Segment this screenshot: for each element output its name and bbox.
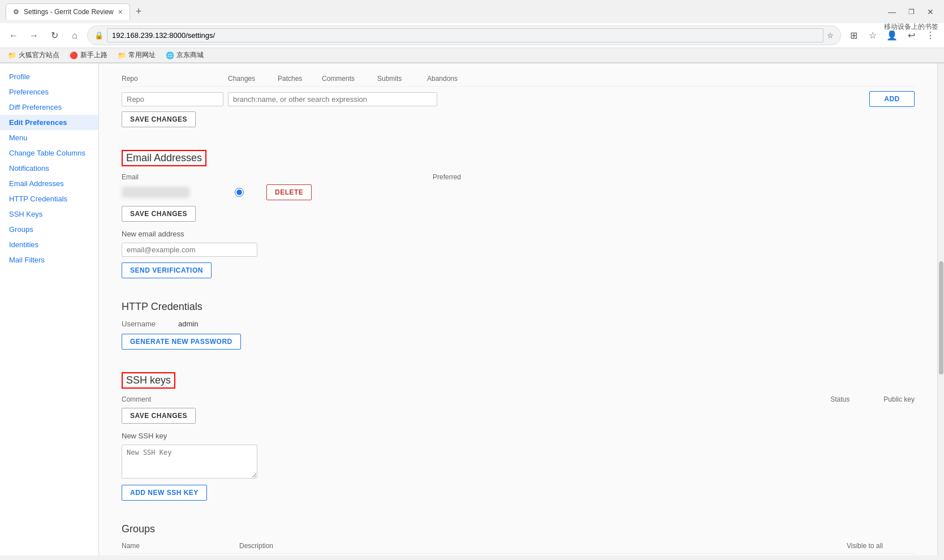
col-submits: Submits <box>377 75 423 83</box>
close-tab-btn[interactable]: × <box>118 7 123 16</box>
tab-title: Settings - Gerrit Code Review <box>24 8 114 16</box>
new-ssh-label: New SSH key <box>122 432 167 440</box>
watched-repos-section: Repo Changes Patches Comments Submits Ab… <box>122 75 915 133</box>
col-abandons: Abandons <box>427 75 478 83</box>
bookmark-jd[interactable]: 🌐京东商城 <box>163 49 206 61</box>
sidebar-item-mail-filters[interactable]: Mail Filters <box>0 252 98 268</box>
new-ssh-input[interactable] <box>122 445 257 479</box>
tab-favicon: ⚙ <box>13 8 19 16</box>
watched-repos-save-button[interactable]: SAVE CHANGES <box>122 111 196 127</box>
bookmark-newuser[interactable]: 🔴新手上路 <box>67 49 110 61</box>
ssh-save-button[interactable]: SAVE CHANGES <box>122 408 196 424</box>
browser-controls: ← → ↻ ⌂ 🔒 ☆ ⊞ ☆ 👤 ↩ ⋮ 移动设备上的书签 <box>0 23 944 48</box>
watched-repos-header: Repo Changes Patches Comments Submits Ab… <box>122 75 915 87</box>
restore-button[interactable]: ❐ <box>903 4 919 20</box>
bookmark-common[interactable]: 📁常用网址 <box>115 49 158 61</box>
bookmark-star[interactable]: ☆ <box>827 31 834 40</box>
sidebar-item-preferences[interactable]: Preferences <box>0 84 98 100</box>
groups-table-header: Name Description Visible to all <box>122 542 915 554</box>
scrollbar-thumb[interactable] <box>939 261 943 374</box>
browser-titlebar: ⚙ Settings - Gerrit Code Review × + — ❐ … <box>0 0 944 23</box>
sidebar-item-notifications[interactable]: Notifications <box>0 161 98 176</box>
username-label: Username <box>122 320 167 328</box>
col-preferred-label: Preferred <box>433 173 461 181</box>
send-verification-button[interactable]: SEND VERIFICATION <box>122 262 212 278</box>
sidebar: Profile Preferences Diff Preferences Edi… <box>0 63 99 555</box>
col-name-label: Name <box>122 542 235 550</box>
new-tab-button[interactable]: + <box>132 6 145 18</box>
sidebar-item-http-credentials[interactable]: HTTP Credentials <box>0 191 98 206</box>
bookmarks-bar: 📁火狐官方站点 🔴新手上路 📁常用网址 🌐京东商城 <box>0 48 944 63</box>
filter-input[interactable] <box>228 92 437 106</box>
username-value: admin <box>178 320 198 328</box>
preferred-radio-group <box>235 188 244 197</box>
minimize-button[interactable]: — <box>884 4 900 20</box>
sidebar-item-ssh-keys[interactable]: SSH Keys <box>0 206 98 222</box>
email-row: DELETE <box>122 184 915 200</box>
username-row: Username admin <box>122 320 915 328</box>
email-addresses-title: Email Addresses <box>122 150 206 166</box>
generate-password-button[interactable]: GENERATE NEW PASSWORD <box>122 334 241 350</box>
sidebar-item-diff-preferences[interactable]: Diff Preferences <box>0 100 98 115</box>
delete-email-button[interactable]: DELETE <box>266 184 312 200</box>
http-credentials-section: HTTP Credentials Username admin GENERATE… <box>122 301 915 355</box>
forward-button[interactable]: → <box>26 28 42 44</box>
ssh-keys-title: SSH keys <box>122 372 175 389</box>
sidebar-item-change-table-columns[interactable]: Change Table Columns <box>0 145 98 161</box>
sidebar-item-profile[interactable]: Profile <box>0 69 98 84</box>
bookmark-sohu[interactable]: 📁火狐官方站点 <box>6 49 62 61</box>
col-comments: Comments <box>322 75 373 83</box>
col-visible-label: Visible to all <box>847 542 915 550</box>
sidebar-item-edit-preferences[interactable]: Edit Preferences <box>0 115 98 130</box>
email-save-button[interactable]: SAVE CHANGES <box>122 206 196 222</box>
sidebar-item-menu[interactable]: Menu <box>0 130 98 145</box>
http-credentials-title: HTTP Credentials <box>122 301 915 313</box>
col-comment: Comment <box>122 395 151 403</box>
browser-chrome: ⚙ Settings - Gerrit Code Review × + — ❐ … <box>0 0 944 63</box>
add-repo-button[interactable]: ADD <box>869 91 915 107</box>
groups-section: Groups Name Description Visible to all A… <box>122 523 915 555</box>
scrollbar-track[interactable] <box>937 63 944 555</box>
col-email-label: Email <box>122 173 139 181</box>
reload-button[interactable]: ↻ <box>46 28 62 44</box>
url-input[interactable] <box>107 28 824 42</box>
col-repo: Repo <box>122 75 223 83</box>
close-button[interactable]: ✕ <box>923 4 938 20</box>
email-addresses-section: Email Addresses Email Preferred DELETE S… <box>122 150 915 284</box>
active-tab[interactable]: ⚙ Settings - Gerrit Code Review × <box>6 3 130 20</box>
main-content: Repo Changes Patches Comments Submits Ab… <box>99 63 937 555</box>
secure-icon: 🔒 <box>94 31 104 40</box>
email-blurred-value <box>122 187 189 198</box>
col-patches: Patches <box>278 75 317 83</box>
back-button[interactable]: ← <box>6 28 21 44</box>
mobile-bookmark[interactable]: 移动设备上的书签 <box>878 20 944 34</box>
col-description-label: Description <box>239 542 842 550</box>
add-ssh-key-button[interactable]: ADD NEW SSH KEY <box>122 485 207 501</box>
col-changes: Changes <box>228 75 273 83</box>
extensions-button[interactable]: ⊞ <box>846 28 861 44</box>
repo-input[interactable] <box>122 92 223 106</box>
app-layout: Profile Preferences Diff Preferences Edi… <box>0 63 944 555</box>
new-email-label: New email address <box>122 230 184 238</box>
sidebar-item-email-addresses[interactable]: Email Addresses <box>0 176 98 191</box>
new-email-input[interactable] <box>122 243 257 257</box>
col-status: Status <box>830 395 850 403</box>
groups-title: Groups <box>122 523 915 535</box>
sidebar-item-identities[interactable]: Identities <box>0 237 98 252</box>
ssh-keys-section: SSH keys Comment Status Public key SAVE … <box>122 372 915 506</box>
sidebar-item-groups[interactable]: Groups <box>0 222 98 237</box>
home-button[interactable]: ⌂ <box>67 28 83 44</box>
col-public-key: Public key <box>883 395 915 403</box>
add-repo-row: ADD <box>122 91 915 107</box>
address-bar[interactable]: 🔒 ☆ <box>87 25 841 45</box>
preferred-radio[interactable] <box>235 188 244 197</box>
